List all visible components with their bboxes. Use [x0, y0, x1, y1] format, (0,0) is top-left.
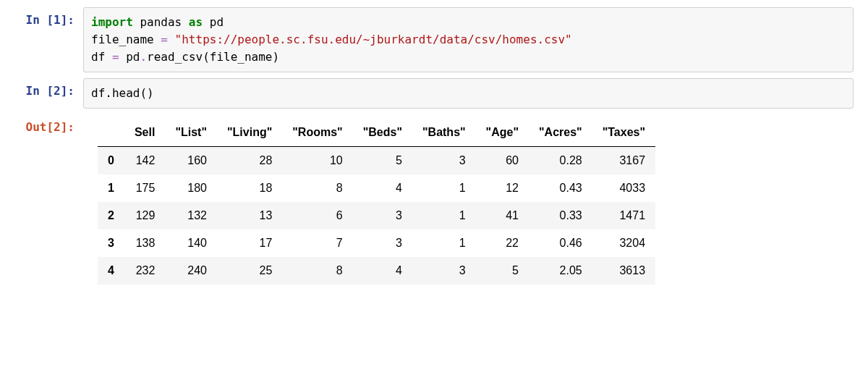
table-header-row: Sell "List" "Living" "Rooms" "Beds" "Bat… [98, 119, 655, 147]
input-prompt-1: In [1]: [14, 7, 83, 27]
table-corner [98, 119, 124, 147]
cell: 5 [476, 257, 529, 284]
code-text: pd [203, 15, 224, 29]
cell: 22 [476, 229, 529, 257]
cell: 28 [217, 147, 282, 175]
cell: 3 [412, 257, 476, 284]
cell: 240 [165, 257, 217, 284]
cell: 3167 [592, 147, 655, 175]
table-row: 2 129 132 13 6 3 1 41 0.33 1471 [98, 202, 655, 229]
code-cell-1: In [1]: import pandas as pd file_name = … [14, 7, 854, 72]
code-input-1[interactable]: import pandas as pd file_name = "https:/… [83, 7, 854, 72]
cell: 8 [282, 257, 352, 284]
col-header: "Beds" [353, 119, 412, 147]
code-cell-2: In [2]: df.head() [14, 78, 854, 109]
row-index: 1 [98, 174, 124, 202]
cell: 138 [124, 229, 165, 257]
cell: 3204 [592, 229, 655, 257]
code-input-2[interactable]: df.head() [83, 78, 854, 109]
code-text: pd [119, 50, 140, 64]
col-header: "List" [165, 119, 217, 147]
keyword-import: import [91, 15, 133, 29]
cell: 140 [165, 229, 217, 257]
cell: 1471 [592, 202, 655, 229]
cell: 5 [353, 147, 412, 175]
cell: 132 [165, 202, 217, 229]
cell: 129 [124, 202, 165, 229]
cell: 3 [353, 229, 412, 257]
code-text: df.head() [91, 86, 154, 100]
operator-eq: = [112, 50, 119, 64]
col-header: "Acres" [529, 119, 592, 147]
cell: 0.43 [529, 174, 592, 202]
cell: 13 [217, 202, 282, 229]
cell: 0.46 [529, 229, 592, 257]
cell: 4 [353, 174, 412, 202]
cell: 175 [124, 174, 165, 202]
code-text: file_name [91, 33, 161, 46]
cell: 17 [217, 229, 282, 257]
cell: 10 [282, 147, 352, 175]
table-row: 1 175 180 18 8 4 1 12 0.43 4033 [98, 174, 655, 202]
operator-eq: = [161, 33, 168, 46]
cell: 1 [412, 174, 476, 202]
row-index: 0 [98, 147, 124, 175]
cell: 60 [476, 147, 529, 175]
output-prompt-2: Out[2]: [14, 114, 83, 134]
dataframe-table: Sell "List" "Living" "Rooms" "Beds" "Bat… [98, 119, 655, 284]
col-header: "Baths" [412, 119, 476, 147]
row-index: 4 [98, 257, 124, 284]
string-literal: "https://people.sc.fsu.edu/~jburkardt/da… [168, 33, 572, 46]
table-row: 4 232 240 25 8 4 3 5 2.05 3613 [98, 257, 655, 284]
col-header: "Rooms" [282, 119, 352, 147]
cell: 0.33 [529, 202, 592, 229]
code-text: read_csv(file_name) [147, 50, 279, 64]
cell: 3613 [592, 257, 655, 284]
cell: 160 [165, 147, 217, 175]
row-index: 2 [98, 202, 124, 229]
cell: 2.05 [529, 257, 592, 284]
col-header: "Age" [476, 119, 529, 147]
cell: 18 [217, 174, 282, 202]
cell: 0.28 [529, 147, 592, 175]
cell: 6 [282, 202, 352, 229]
cell: 1 [412, 202, 476, 229]
output-area-2: Sell "List" "Living" "Rooms" "Beds" "Bat… [83, 114, 854, 284]
cell: 41 [476, 202, 529, 229]
keyword-as: as [189, 15, 203, 29]
cell: 4033 [592, 174, 655, 202]
row-index: 3 [98, 229, 124, 257]
cell: 142 [124, 147, 165, 175]
cell: 1 [412, 229, 476, 257]
operator-dot: . [140, 50, 147, 64]
col-header: "Living" [217, 119, 282, 147]
cell: 3 [353, 202, 412, 229]
cell: 25 [217, 257, 282, 284]
cell: 12 [476, 174, 529, 202]
cell: 232 [124, 257, 165, 284]
code-text: pandas [133, 15, 189, 29]
col-header: Sell [124, 119, 165, 147]
output-cell-2: Out[2]: Sell "List" "Living" "Rooms" "Be… [14, 114, 854, 284]
table-row: 3 138 140 17 7 3 1 22 0.46 3204 [98, 229, 655, 257]
cell: 3 [412, 147, 476, 175]
cell: 7 [282, 229, 352, 257]
col-header: "Taxes" [592, 119, 655, 147]
code-text: df [91, 50, 112, 64]
cell: 4 [353, 257, 412, 284]
cell: 180 [165, 174, 217, 202]
cell: 8 [282, 174, 352, 202]
table-row: 0 142 160 28 10 5 3 60 0.28 3167 [98, 147, 655, 175]
input-prompt-2: In [2]: [14, 78, 83, 98]
